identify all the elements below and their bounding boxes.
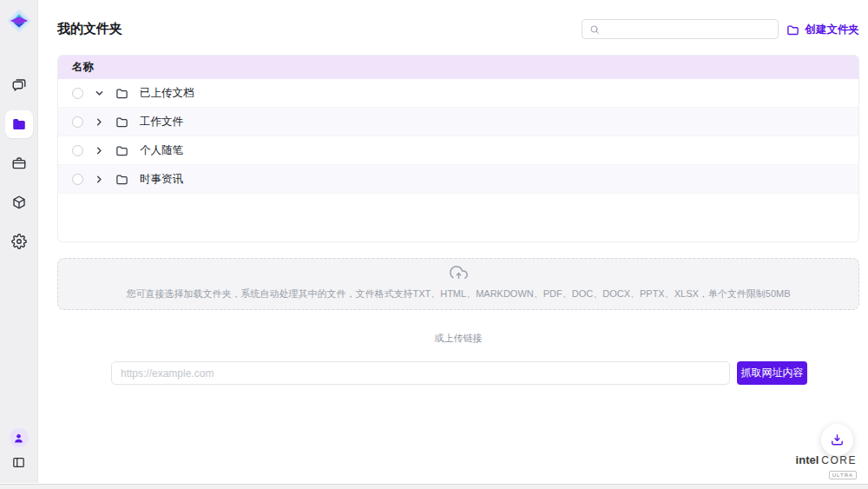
sidebar-bottom: [10, 428, 29, 471]
search-box[interactable]: [582, 19, 779, 39]
folder-icon: [115, 116, 128, 129]
row-checkbox[interactable]: [72, 145, 83, 156]
chevron-right-icon[interactable]: [95, 117, 104, 127]
folder-name: 工作文件: [140, 115, 183, 129]
chevron-right-icon[interactable]: [95, 146, 104, 155]
intel-brand-text: intel: [796, 454, 819, 466]
folder-name: 已上传文档: [140, 86, 194, 101]
folder-row[interactable]: 个人随笔: [58, 136, 858, 165]
upload-hint-text: 您可直接选择加载文件夹，系统自动处理其中的文件，文件格式支持TXT、HTML、M…: [58, 287, 858, 301]
name-column-header: 名称: [72, 60, 94, 75]
download-icon: [830, 433, 845, 447]
sidebar-layout-icon: [11, 455, 26, 470]
search-input[interactable]: [605, 23, 771, 36]
folder-icon: [115, 87, 128, 100]
folder-plus-icon: [786, 23, 799, 36]
download-fab-button[interactable]: [821, 424, 853, 456]
user-avatar[interactable]: [10, 428, 29, 447]
sidebar: [0, 0, 38, 483]
sidebar-item-settings[interactable]: [5, 228, 33, 255]
upload-dropzone[interactable]: 您可直接选择加载文件夹，系统自动处理其中的文件，文件格式支持TXT、HTML、M…: [57, 258, 859, 310]
briefcase-icon: [11, 155, 27, 171]
core-brand-text: core: [821, 455, 857, 466]
app-logo-icon: [6, 8, 32, 34]
row-checkbox[interactable]: [72, 116, 83, 128]
ultra-badge: ultra: [829, 471, 857, 479]
folder-row[interactable]: 时事资讯: [58, 165, 858, 194]
table-header: 名称: [58, 56, 858, 79]
search-icon: [589, 24, 600, 35]
folder-icon: [11, 116, 27, 132]
page-title: 我的文件夹: [57, 21, 122, 37]
cloud-upload-icon: [58, 265, 858, 287]
sidebar-nav: [5, 71, 33, 255]
cube-icon: [11, 195, 27, 210]
row-checkbox[interactable]: [72, 174, 83, 185]
collapse-sidebar-button[interactable]: [11, 455, 27, 471]
sidebar-item-plugins[interactable]: [5, 188, 33, 216]
window-bottom-strip: [0, 484, 868, 489]
main-content: 我的文件夹 创建文件夹 名称: [39, 0, 868, 483]
folder-name: 时事资讯: [140, 172, 183, 187]
folder-icon: [115, 144, 128, 157]
folder-row[interactable]: 已上传文档: [58, 79, 858, 108]
app-window: 我的文件夹 创建文件夹 名称: [0, 0, 868, 489]
folder-row[interactable]: 工作文件: [58, 108, 858, 136]
row-checkbox[interactable]: [72, 88, 83, 99]
create-folder-button[interactable]: 创建文件夹: [786, 23, 860, 37]
gear-icon: [11, 234, 27, 249]
sidebar-item-workspace[interactable]: [5, 149, 33, 177]
folder-table: 名称 已上传文档 工作文件: [57, 55, 859, 242]
user-icon: [13, 433, 24, 444]
create-folder-label: 创建文件夹: [806, 23, 860, 37]
chat-icon: [11, 77, 27, 93]
chevron-right-icon[interactable]: [95, 175, 104, 184]
url-input[interactable]: [111, 361, 730, 385]
chevron-down-icon[interactable]: [95, 89, 104, 98]
or-upload-link-label: 或上传链接: [57, 332, 859, 345]
intel-core-logo: intel core ultra: [796, 454, 857, 479]
fetch-url-button[interactable]: 抓取网址内容: [737, 361, 807, 385]
sidebar-item-folders[interactable]: [5, 110, 33, 138]
folder-name: 个人随笔: [140, 143, 183, 158]
sidebar-item-chat[interactable]: [5, 71, 33, 99]
folder-icon: [115, 173, 128, 186]
